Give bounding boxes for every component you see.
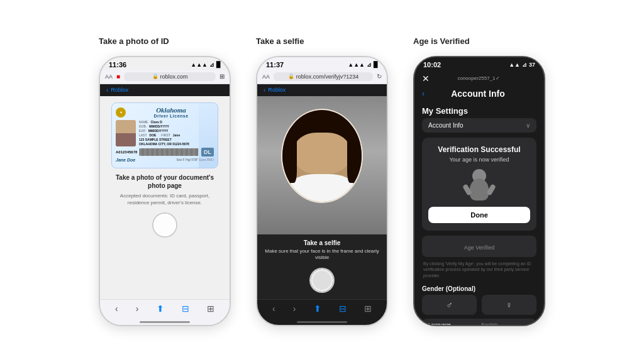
phone-2: 11:37 ▲▲▲ ⊿ ▉ AA 🔒 roblox.com/verifyjv?1… [256, 56, 388, 326]
language-row[interactable]: Language English › [422, 319, 536, 326]
home-indicator-2 [257, 320, 387, 325]
id-last-label: Last [139, 133, 147, 137]
selfie-sub-text: Make sure that your face is in the frame… [262, 248, 382, 261]
url-bar-2[interactable]: 🔒 roblox.com/verifyjv?1234 [274, 72, 373, 81]
verification-title: Verification Successful [428, 145, 530, 154]
step-3-title: Age is Verified [413, 36, 470, 46]
instruction-main-1: Take a photo of your document's photo pa… [113, 173, 217, 190]
id-exp-value: MM/DD/YYYY [148, 129, 169, 133]
gender-option-male[interactable]: ♂ [422, 295, 477, 315]
username-3: conooper2557_1✓ [457, 75, 499, 81]
my-settings-title: My Settings [414, 102, 544, 118]
id-exp-label: Exp. [139, 129, 146, 133]
nav-share-1[interactable]: ⬆ [157, 304, 164, 314]
id-class-value: Class D [150, 120, 162, 124]
time-1: 11:36 [109, 61, 126, 69]
battery-icon-1: ▉ [216, 62, 221, 68]
bookmark-icon-1: ■ [116, 73, 120, 80]
status-icons-1: ▲▲▲ ⊿ ▉ [191, 62, 221, 68]
id-card-stripe [199, 103, 218, 168]
battery-3: 37 [529, 62, 535, 68]
selfie-instruction-area: Take a selfie Make sure that your face i… [257, 234, 387, 299]
nav-forward-1[interactable]: › [136, 304, 139, 314]
nav-back-2[interactable]: ‹ [272, 304, 275, 314]
lock-icon-1: 🔒 [152, 74, 158, 79]
step-1-title: Take a photo of ID [99, 36, 169, 46]
language-value: English [481, 322, 497, 326]
nav-tabs-2[interactable]: ⊞ [364, 304, 372, 314]
done-button[interactable]: Done [428, 207, 530, 223]
back-button-3[interactable]: ‹ [422, 89, 425, 98]
signal-icon-1: ▲▲▲ [191, 62, 208, 68]
home-bar-1 [140, 321, 190, 323]
url-bar-1[interactable]: 🔒 roblox.com [124, 72, 216, 81]
browser-bar-1: AA ■ 🔒 roblox.com ⊞ [100, 70, 230, 84]
language-arrow-icon: › [528, 322, 530, 326]
verification-subtitle: Your age is now verified [428, 156, 530, 163]
aa-button-2[interactable]: AA [262, 74, 270, 80]
nav-bookmark-2[interactable]: ⊟ [339, 304, 347, 314]
battery-icon-2: ▉ [374, 62, 378, 68]
selfie-main-text: Take a selfie [262, 239, 382, 246]
url-text-1: roblox.com [160, 74, 188, 80]
selfie-background [257, 96, 387, 234]
id-dob-value: MM/DD/YYYY [149, 124, 169, 128]
nav-forward-2[interactable]: › [293, 304, 296, 314]
back-chevron-2[interactable]: ‹ [264, 87, 265, 94]
back-chevron-1[interactable]: ‹ [106, 87, 108, 94]
step-3-column: Age is Verified 10:02 ▲▲ ⊿ 37 ✕ conooper… [413, 36, 545, 326]
wifi-icon-1: ⊿ [209, 62, 214, 68]
gender-option-female[interactable]: ♀ [482, 295, 536, 315]
nav-back-1[interactable]: ‹ [115, 304, 118, 314]
phone1-content: ✦ Oklahoma Driver License [100, 96, 230, 299]
roblox-back-bar-1: ‹ Roblox [100, 84, 230, 96]
nav-share-2[interactable]: ⬆ [314, 304, 321, 314]
id-photo-body [116, 133, 136, 146]
tabs-icon-1[interactable]: ⊞ [219, 73, 225, 80]
gender-row: ♂ ♀ [422, 295, 536, 315]
signal-icon-2: ▲▲▲ [348, 62, 365, 68]
verification-modal: Verification Successful Your age is now … [422, 138, 536, 231]
time-2: 11:37 [266, 61, 284, 69]
status-icons-2: ▲▲▲ ⊿ ▉ [348, 62, 378, 68]
home-bar-2 [297, 321, 347, 323]
state-seal-icon: ✦ [116, 107, 126, 118]
status-bar-1: 11:36 ▲▲▲ ⊿ ▉ [100, 57, 230, 70]
step-2-column: Take a selfie 11:37 ▲▲▲ ⊿ ▉ AA 🔒 roblox.… [256, 36, 388, 326]
capture-button-1[interactable] [153, 214, 176, 236]
dropdown-label-3: Account Info [428, 122, 464, 129]
account-info-dropdown[interactable]: Account Info ∨ [422, 118, 536, 133]
status-icons-3: ▲▲ ⊿ 37 [509, 62, 535, 68]
age-verified-text: Age Verified [464, 244, 495, 251]
back-label-1[interactable]: Roblox [111, 87, 128, 93]
gender-label: Gender (Optional) [414, 283, 544, 295]
back-label-2[interactable]: Roblox [268, 87, 286, 93]
nav-bookmark-1[interactable]: ⊟ [182, 304, 189, 314]
male-icon: ♂ [446, 300, 453, 310]
status-bar-3: 10:02 ▲▲ ⊿ 37 [414, 57, 544, 70]
female-icon: ♀ [506, 300, 513, 310]
selfie-oval-frame [281, 109, 363, 203]
browser-bar-2: AA 🔒 roblox.com/verifyjv?1234 ↻ [257, 70, 387, 84]
id-name-label: Name [139, 120, 148, 124]
phone3-title-row: ‹ Account Info [414, 87, 544, 102]
close-button-3[interactable]: ✕ [422, 74, 430, 84]
instruction-sub-1: Accepted documents: ID card, passport, r… [113, 192, 217, 206]
capture-button-2[interactable] [311, 269, 333, 292]
refresh-icon-2[interactable]: ↻ [377, 73, 382, 80]
phone-1: 11:36 ▲▲▲ ⊿ ▉ AA ■ 🔒 roblox.com ⊞ ‹ [99, 56, 231, 326]
id-photo [116, 120, 136, 146]
url-text-2: roblox.com/verifyjv?1234 [296, 74, 359, 80]
home-indicator-1 [100, 320, 230, 325]
lock-icon-2: 🔒 [288, 74, 294, 79]
roblox-back-bar-2: ‹ Roblox [257, 84, 387, 96]
id-card: ✦ Oklahoma Driver License [111, 102, 218, 168]
id-city: OKLAHOMA CITY, OR 01224-5678 [139, 142, 189, 146]
id-number: A012345678 [116, 150, 137, 154]
id-first-label: First [161, 133, 170, 137]
nav-tabs-1[interactable]: ⊞ [207, 304, 214, 314]
verification-mascot [464, 169, 495, 200]
step-1-column: Take a photo of ID 11:36 ▲▲▲ ⊿ ▉ AA ■ 🔒 … [99, 36, 231, 326]
aa-button-1[interactable]: AA [105, 74, 113, 80]
time-3: 10:02 [423, 61, 441, 69]
